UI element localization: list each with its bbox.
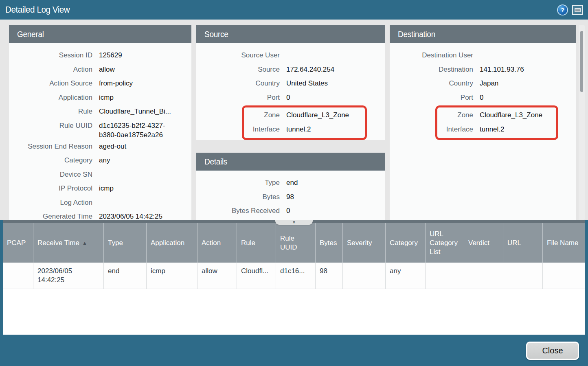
column-header-receive-time[interactable]: Receive Time▲ (33, 223, 103, 263)
column-header-type[interactable]: Type (103, 223, 146, 263)
field-value: tunnel.2 (286, 125, 311, 134)
table-cell (3, 263, 33, 289)
destination-panel: Destination Destination UserDestination1… (390, 25, 576, 220)
destination-panel-body: Destination UserDestination141.101.93.76… (390, 43, 576, 220)
field-label: Country (196, 79, 280, 88)
field-row: Bytes Received0 (196, 204, 385, 218)
field-value: Cloudflare_L3_Zone (286, 110, 349, 120)
column-header-application[interactable]: Application (146, 223, 197, 263)
field-value: 0 (286, 206, 290, 215)
column-header-label: Application (151, 239, 184, 248)
column-header-label: File Name (547, 239, 578, 248)
table-cell (425, 263, 464, 289)
log-table-section: ▼ PCAPReceive Time▲TypeApplicationAction… (3, 220, 585, 335)
splitter-collapse-handle[interactable]: ▼ (275, 220, 313, 225)
field-value: 2023/06/05 14:42:25 (99, 212, 162, 220)
field-row: Categoryany (9, 153, 191, 168)
column-header-label: Action (202, 239, 221, 248)
field-value: Japan (480, 79, 498, 88)
table-cell: Cloudfl... (237, 263, 276, 289)
log-table-row[interactable]: 2023/06/05 14:42:25endicmpallowCloudfl..… (3, 263, 585, 289)
field-row: Applicationicmp (9, 91, 191, 105)
table-cell: icmp (146, 263, 197, 289)
detail-panels-area: General Session ID125629ActionallowActio… (0, 20, 588, 220)
destination-panel-header: Destination (390, 25, 576, 43)
table-cell: any (385, 263, 425, 289)
field-row: Source User (196, 48, 385, 63)
field-label: Type (196, 178, 280, 187)
column-header-bytes[interactable]: Bytes (315, 223, 342, 263)
column-header-rule[interactable]: Rule (237, 223, 276, 263)
column-header-pcap[interactable]: PCAP (3, 223, 33, 263)
dialog-title: Detailed Log View (5, 4, 524, 15)
middle-column: Source Source UserSource172.64.240.254Co… (196, 25, 385, 220)
general-panel-body: Session ID125629ActionallowAction Source… (9, 43, 191, 220)
column-header-label: URL (507, 239, 521, 248)
column-header-rule-uuid[interactable]: Rule UUID (276, 223, 315, 263)
field-label: Log Action (9, 198, 92, 207)
column-header-label: Bytes (320, 239, 337, 248)
field-row: Device SN (9, 168, 191, 182)
restore-window-icon[interactable] (572, 5, 583, 15)
field-value: 125629 (99, 50, 122, 60)
column-header-url-category-list[interactable]: URL Category List (425, 223, 464, 263)
field-row: Generated Time2023/06/05 14:42:25 (9, 210, 191, 220)
field-label: Source (196, 65, 280, 74)
column-header-url[interactable]: URL (503, 223, 542, 263)
field-value: 98 (286, 192, 294, 202)
field-row: Source172.64.240.254 (196, 63, 385, 77)
vertical-scrollbar[interactable] (579, 25, 585, 220)
field-row: Actionallow (9, 63, 191, 77)
field-value: end (286, 178, 298, 187)
column-header-label: Verdict (468, 239, 489, 248)
field-label: Application (9, 93, 92, 102)
details-panel-title: Details (204, 157, 227, 167)
field-label: Source User (196, 50, 280, 60)
details-panel-body: TypeendBytes98Bytes Received0 (196, 171, 385, 220)
column-header-verdict[interactable]: Verdict (464, 223, 503, 263)
field-row: Interfacetunnel.2 (437, 123, 556, 137)
table-cell (542, 263, 585, 289)
table-cell (503, 263, 542, 289)
details-panel-header: Details (196, 153, 385, 171)
field-row: Typeend (196, 176, 385, 190)
column-header-label: Receive Time (37, 239, 79, 248)
column-header-file-name[interactable]: File Name (542, 223, 585, 263)
red-highlight-annotation: ZoneCloudflare_L3_ZoneInterfacetunnel.2 (242, 105, 367, 140)
field-row: Destination User (390, 48, 576, 63)
column-header-label: PCAP (7, 239, 26, 248)
field-label: Session ID (9, 50, 92, 60)
field-row: CountryUnited States (196, 77, 385, 91)
table-cell: allow (197, 263, 237, 289)
scrollbar-thumb[interactable] (580, 31, 583, 92)
field-label: Rule UUID (9, 121, 92, 130)
field-label: Action (9, 65, 92, 74)
field-value: United States (286, 79, 328, 88)
field-label: Zone (244, 110, 280, 120)
field-value: icmp (99, 184, 114, 193)
field-row: Port0 (390, 91, 576, 105)
field-label: IP Protocol (9, 184, 92, 193)
column-header-label: Rule (241, 239, 255, 248)
column-header-severity[interactable]: Severity (342, 223, 385, 263)
field-value: 141.101.93.76 (480, 65, 524, 74)
field-row: ZoneCloudflare_L3_Zone (244, 108, 365, 123)
field-label: Port (196, 93, 280, 102)
dialog-footer: Close (0, 335, 588, 366)
column-header-category[interactable]: Category (385, 223, 425, 263)
source-panel-header: Source (196, 25, 385, 43)
source-panel-body: Source UserSource172.64.240.254CountryUn… (196, 43, 385, 140)
close-button[interactable]: Close (526, 342, 579, 360)
restore-window-icon-inner (575, 8, 581, 12)
field-row: RuleCloudflare_Tunnel_Bi... (9, 105, 191, 119)
column-gap (385, 25, 390, 220)
table-cell (342, 263, 385, 289)
field-value: Cloudflare_L3_Zone (480, 110, 542, 120)
column-header-label: URL Category List (430, 230, 459, 256)
field-label: Device SN (9, 170, 92, 179)
field-value: 0 (286, 93, 290, 102)
chevron-down-icon: ▼ (292, 221, 296, 224)
column-header-action[interactable]: Action (197, 223, 237, 263)
field-row: Action Sourcefrom-policy (9, 77, 191, 91)
help-icon[interactable]: ? (557, 4, 568, 15)
